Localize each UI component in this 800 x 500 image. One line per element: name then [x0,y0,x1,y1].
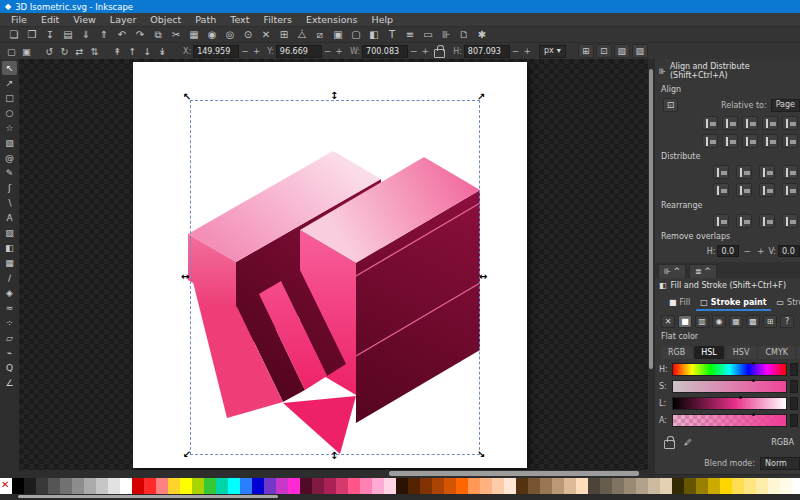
palette-swatch-45[interactable] [540,478,552,494]
palette-swatch-57[interactable] [684,478,696,494]
distribute-centers-horizontally-button[interactable] [736,165,752,179]
palette-swatch-16[interactable] [192,478,204,494]
text-tool[interactable]: A [2,211,17,225]
zoom-page-icon[interactable]: ⊙ [239,27,257,42]
selection-handle-left-middle[interactable]: ↔ [181,272,189,282]
undo-icon[interactable]: ↶ [113,27,131,42]
palette-swatch-27[interactable] [324,478,336,494]
palette-swatch-5[interactable] [60,478,72,494]
export-icon[interactable]: ⇑ [95,27,113,42]
group-icon[interactable]: ▣ [329,27,347,42]
delete-icon[interactable]: ✕ [257,27,275,42]
palette-swatch-14[interactable] [168,478,180,494]
pencil-tool[interactable]: ✎ [2,166,17,180]
paint-bucket-tool[interactable]: ◈ [2,286,17,300]
treat-as-group-toggle[interactable]: ⊡ [663,98,678,112]
distribute-horizontal-gaps-button[interactable] [782,165,798,179]
y-minus-button[interactable]: − [322,46,334,56]
exchange-positions-button[interactable] [736,214,752,228]
open-document-icon[interactable]: ❐ [23,27,41,42]
palette-swatch-62[interactable] [744,478,756,494]
raise-to-top-icon[interactable]: ↟ [110,46,125,57]
palette-swatch-25[interactable] [300,478,312,494]
palette-swatch-9[interactable] [108,478,120,494]
overlap-v-input[interactable]: 0.0 [778,245,800,257]
palette-swatch-30[interactable] [360,478,372,494]
palette-swatch-53[interactable] [636,478,648,494]
unlink-clone-icon[interactable]: ⧄ [311,27,329,42]
menu-item-9[interactable]: Help [364,14,400,25]
menu-item-5[interactable]: Path [188,14,223,25]
zoom-selection-icon[interactable]: ◉ [203,27,221,42]
color-tab-rgb[interactable]: RGB [661,346,692,359]
vertical-scroll-thumb[interactable] [649,69,653,369]
tab-stroke-style[interactable]: ▭Stroke style [773,296,800,311]
palette-swatch-17[interactable] [204,478,216,494]
palette-swatch-52[interactable] [624,478,636,494]
eyedropper-icon[interactable]: 🖉 [684,438,692,447]
palette-swatch-8[interactable] [96,478,108,494]
pen-tool[interactable]: ʃ [2,181,17,195]
copy-icon[interactable]: ⧉ [149,27,167,42]
palette-swatch-41[interactable] [492,478,504,494]
zoom-tool[interactable]: Q [2,361,17,375]
height-input[interactable]: 807.093 [464,45,510,58]
text-dialog-icon[interactable]: T [383,27,401,42]
save-document-icon[interactable]: ↧ [41,27,59,42]
palette-swatch-38[interactable] [456,478,468,494]
distribute-bottom-edges-button[interactable] [759,183,775,197]
spiral-tool[interactable]: @ [2,151,17,165]
duplicate-icon[interactable]: ⊞ [275,27,293,42]
rotate-ccw-icon[interactable]: ↺ [42,46,57,57]
width-minus-button[interactable]: − [408,46,420,56]
color-tab-hsv[interactable]: HSV [726,346,757,359]
palette-swatch-23[interactable] [276,478,288,494]
tab-fill[interactable]: ■Fill [665,296,694,311]
palette-swatch-36[interactable] [432,478,444,494]
blend-mode-dropdown[interactable]: Norm [760,457,800,470]
palette-swatch-43[interactable] [516,478,528,494]
swatch-button[interactable]: ▩ [746,315,760,328]
flip-vertical-icon[interactable]: ⇅ [87,46,102,57]
canvas[interactable]: ↖ ↕ ↗ ↔ ↔ ↙ ↕ ↘ [19,59,648,470]
palette-swatch-24[interactable] [288,478,300,494]
align-bottom-to-top-edge-button[interactable] [702,134,718,148]
y-plus-button[interactable]: + [333,46,345,56]
align-top-edges-button[interactable] [722,134,738,148]
lower-icon[interactable]: ↓ [140,46,155,57]
palette-swatch-44[interactable] [528,478,540,494]
palette-swatch-40[interactable] [480,478,492,494]
overlap-h-input[interactable]: 0.0 [717,245,739,257]
clone-icon[interactable]: ⧊ [293,27,311,42]
align-top-to-bottom-edge-button[interactable] [782,134,798,148]
center-horizontal-axis-button[interactable] [742,134,758,148]
star-tool[interactable]: ☆ [2,121,17,135]
distribute-right-edges-button[interactable] [759,165,775,179]
lock-icon[interactable] [664,440,675,449]
palette-swatch-2[interactable] [24,478,36,494]
menu-item-8[interactable]: Extensions [299,14,365,25]
zoom-drawing-icon[interactable]: ◎ [221,27,239,42]
box-3d-tool[interactable]: ▧ [2,136,17,150]
overlap-h-minus[interactable]: − [741,246,753,256]
palette-swatch-6[interactable] [72,478,84,494]
new-document-icon[interactable]: ❏ [5,27,23,42]
flip-horizontal-icon[interactable]: ⇄ [72,46,87,57]
palette-swatch-32[interactable] [384,478,396,494]
gradient-tool[interactable]: ◧ [2,241,17,255]
selector-tool[interactable]: ↖ [2,61,17,75]
horizontal-scroll-thumb[interactable] [389,471,639,476]
palette-swatch-15[interactable] [180,478,192,494]
preferences-icon[interactable]: ✱ [473,27,491,42]
align-right-edges-button[interactable] [762,116,778,130]
randomize-positions-button[interactable] [782,214,798,228]
palette-swatch-60[interactable] [720,478,732,494]
palette-swatch-10[interactable] [120,478,132,494]
selection-handle-bottom-right[interactable]: ↘ [477,450,485,460]
menu-item-4[interactable]: Object [143,14,188,25]
selection-handle-bottom-left[interactable]: ↙ [183,450,191,460]
height-plus-button[interactable]: + [521,46,533,56]
rectangle-tool[interactable]: □ [2,91,17,105]
select-touch-mode-icon[interactable]: ▣ [19,46,34,57]
palette-swatch-56[interactable] [672,478,684,494]
